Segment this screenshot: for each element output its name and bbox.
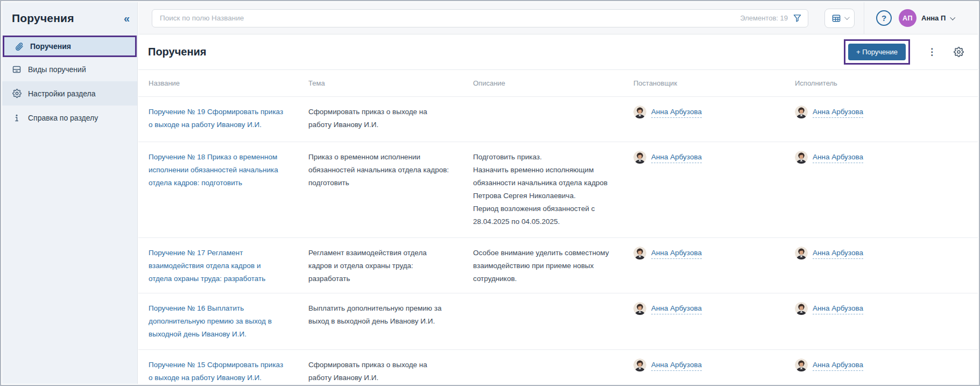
sidebar-nav: Поручения Виды поручений Настройки разде… xyxy=(2,36,137,130)
paperclip-icon xyxy=(14,41,24,51)
assignment-link[interactable]: Поручение № 18 Приказ о временном исполн… xyxy=(149,142,308,197)
avatar xyxy=(795,151,808,164)
main-content: Поручения + Поручение ⋮ Название Тема Оп… xyxy=(138,34,978,384)
sidebar-item-label: Настройки раздела xyxy=(28,89,96,98)
sidebar-title: Поручения xyxy=(12,12,74,25)
theme-cell: Сформировать приказ о выходе на работу И… xyxy=(308,350,473,384)
table-header: Название Тема Описание Постановщик Испол… xyxy=(138,70,978,96)
sidebar-item-label: Справка по разделу xyxy=(28,114,98,122)
column-header-description: Описание xyxy=(473,79,633,87)
archive-icon xyxy=(12,65,22,74)
gear-icon[interactable] xyxy=(954,47,964,57)
chevron-down-icon xyxy=(844,15,849,20)
assignment-link[interactable]: Поручение № 17 Регламент взаимодействия … xyxy=(149,238,308,293)
avatar xyxy=(633,151,646,164)
executor-cell: Анна Арбузова xyxy=(795,106,955,118)
executor-cell: Анна Арбузова xyxy=(795,151,955,164)
sidebar-item-vidy-poruchenij[interactable]: Виды поручений xyxy=(2,57,137,81)
app-window: Поручения « Поручения Виды поручений Нас… xyxy=(0,0,980,386)
avatar xyxy=(795,359,808,371)
executor-link[interactable]: Анна Арбузова xyxy=(813,303,863,314)
description-cell: Особое внимание уделить совместному взаи… xyxy=(473,238,633,293)
help-button[interactable]: ? xyxy=(876,10,892,26)
user-avatar: АП xyxy=(899,9,916,27)
executor-link[interactable]: Анна Арбузова xyxy=(813,107,863,118)
theme-cell: Регламент взаимодействия отдела кадров и… xyxy=(308,238,473,293)
sidebar-item-porucheniya[interactable]: Поручения xyxy=(4,37,135,55)
assignment-link[interactable]: Поручение № 19 Сформировать приказ о вых… xyxy=(149,97,308,139)
assigner-cell: Анна Арбузова xyxy=(633,359,772,371)
avatar xyxy=(795,247,808,259)
page-title: Поручения xyxy=(148,46,206,58)
table-row: Поручение № 17 Регламент взаимодействия … xyxy=(138,237,978,293)
search-box: Элементов: 19 xyxy=(152,9,808,27)
content-header: Поручения + Поручение ⋮ xyxy=(138,34,978,70)
table-row: Поручение № 19 Сформировать приказ о вых… xyxy=(138,96,978,142)
avatar xyxy=(633,106,646,118)
avatar xyxy=(795,302,808,315)
annotation-box-selected-item: Поручения xyxy=(3,36,137,57)
assigner-link[interactable]: Анна Арбузова xyxy=(651,360,702,371)
sidebar-item-nastrojki-razdela[interactable]: Настройки раздела xyxy=(2,81,137,106)
description-cell: Подготовить приказ. Назначить временно и… xyxy=(473,142,633,236)
assignment-link[interactable]: Поручение № 15 Сформировать приказ о вых… xyxy=(149,350,308,384)
topbar: Элементов: 19 ? АП Анна П xyxy=(138,2,978,34)
user-name: Анна П xyxy=(921,14,946,22)
description-cell xyxy=(473,293,633,310)
executor-cell: Анна Арбузова xyxy=(795,302,955,315)
view-toggle-button[interactable] xyxy=(824,9,855,28)
theme-cell: Сформировать приказ о выходе на работу И… xyxy=(308,97,473,139)
search-input[interactable] xyxy=(152,9,808,27)
table-view-icon xyxy=(831,13,841,23)
column-header-assigner: Постановщик xyxy=(633,79,795,87)
info-icon xyxy=(12,113,22,123)
avatar xyxy=(795,106,808,118)
description-cell xyxy=(473,350,633,366)
sidebar-item-spravka-po-razdelu[interactable]: Справка по разделу xyxy=(2,106,137,130)
sidebar: Поручения « Поручения Виды поручений Нас… xyxy=(2,2,138,384)
executor-link[interactable]: Анна Арбузова xyxy=(813,360,863,371)
table-row: Поручение № 18 Приказ о временном исполн… xyxy=(138,142,978,237)
executor-cell: Анна Арбузова xyxy=(795,247,955,259)
assigner-cell: Анна Арбузова xyxy=(633,302,772,315)
more-menu-icon[interactable]: ⋮ xyxy=(925,46,939,58)
assigner-link[interactable]: Анна Арбузова xyxy=(651,152,702,163)
table-row: Поручение № 16 Выплатить дополнительную … xyxy=(138,293,978,349)
column-header-executor: Исполнитель xyxy=(795,79,978,87)
executor-cell: Анна Арбузова xyxy=(795,359,955,371)
theme-cell: Выплатить дополнительную премию за выход… xyxy=(308,293,473,335)
assigner-link[interactable]: Анна Арбузова xyxy=(651,303,702,314)
user-area: ? АП Анна П xyxy=(864,2,978,34)
description-cell xyxy=(473,97,633,113)
sidebar-collapse-icon[interactable]: « xyxy=(121,12,133,25)
sidebar-item-label: Виды поручений xyxy=(28,65,86,74)
funnel-icon[interactable] xyxy=(793,13,802,23)
gear-icon xyxy=(12,89,22,99)
column-header-theme: Тема xyxy=(308,79,473,87)
assigner-cell: Анна Арбузова xyxy=(633,106,772,118)
user-menu[interactable]: АП Анна П xyxy=(899,9,954,27)
theme-cell: Приказ о временном исполнении обязанност… xyxy=(308,142,473,197)
assigner-cell: Анна Арбузова xyxy=(633,247,772,259)
column-header-name: Название xyxy=(149,79,308,87)
table-row: Поручение № 15 Сформировать приказ о вых… xyxy=(138,349,978,384)
assigner-link[interactable]: Анна Арбузова xyxy=(651,107,702,118)
add-assignment-button[interactable]: + Поручение xyxy=(848,44,906,60)
avatar xyxy=(633,247,646,259)
avatar xyxy=(633,359,646,371)
assigner-link[interactable]: Анна Арбузова xyxy=(651,248,702,259)
elements-count: Элементов: 19 xyxy=(740,14,788,22)
assigner-cell: Анна Арбузова xyxy=(633,151,772,164)
executor-link[interactable]: Анна Арбузова xyxy=(813,152,863,163)
assignment-link[interactable]: Поручение № 16 Выплатить дополнительную … xyxy=(149,293,308,348)
avatar xyxy=(633,302,646,315)
annotation-box-add-button: + Поручение xyxy=(844,39,910,65)
chevron-down-icon xyxy=(950,15,956,20)
executor-link[interactable]: Анна Арбузова xyxy=(813,248,863,259)
sidebar-item-label: Поручения xyxy=(30,42,71,51)
